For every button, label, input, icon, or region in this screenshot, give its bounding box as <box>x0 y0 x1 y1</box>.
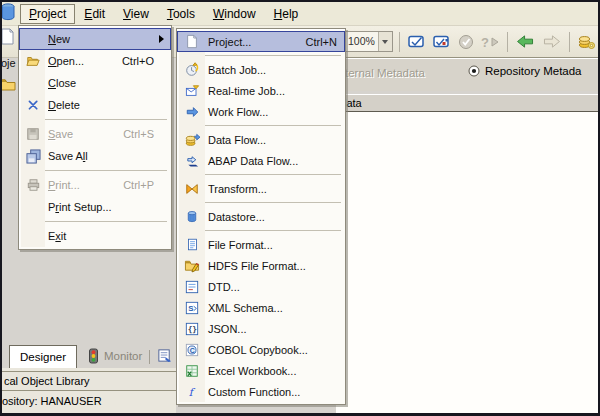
tab-divider <box>149 350 150 364</box>
tab-monitor[interactable]: Monitor <box>87 348 142 364</box>
menu-item-custom-function[interactable]: fCustom Function... <box>177 381 345 402</box>
content-area <box>336 112 598 413</box>
menu-item-shortcut: Ctrl+N <box>306 36 342 48</box>
menu-item-label: Batch Job... <box>208 64 266 76</box>
menu-item-transform[interactable]: Transform... <box>177 178 345 199</box>
menubar-item-tools[interactable]: Tools <box>158 4 204 24</box>
external-metadata-radio-label: ternal Metadata <box>345 67 425 79</box>
menu-item-data-flow[interactable]: Data Flow... <box>177 129 345 150</box>
menu-item-exit[interactable]: Exit <box>19 225 171 247</box>
menu-item-hdfs-file-format[interactable]: HDFS File Format... <box>177 255 345 276</box>
app-icon <box>1 3 15 21</box>
toolbar-separator <box>507 32 508 52</box>
central-repository-icon[interactable] <box>576 33 597 51</box>
menu-item-label: DTD... <box>208 281 240 293</box>
menubar-item-help[interactable]: Help <box>265 4 308 24</box>
zoom-dropdown-arrow-icon[interactable] <box>378 32 392 51</box>
menu-separator <box>19 116 171 123</box>
menu-item-new[interactable]: New <box>19 28 171 50</box>
custom-function-icon: f <box>179 384 205 400</box>
menu-item-datastore[interactable]: Datastore... <box>177 206 345 227</box>
menu-separator <box>177 227 345 234</box>
menu-item-close[interactable]: Close <box>19 72 171 94</box>
menu-item-print[interactable]: Print...Ctrl+P <box>19 174 171 196</box>
menu-item-project[interactable]: Project...Ctrl+N <box>177 31 345 52</box>
menu-item-label: Transform... <box>208 183 267 195</box>
app-window: ProjectEditViewToolsWindowHelp 100% ? ? … <box>0 0 600 416</box>
folder-open-icon <box>21 54 45 68</box>
xml-schema-icon: S <box>179 301 205 315</box>
menu-item-shortcut: Ctrl+P <box>123 179 168 191</box>
menu-item-label: Work Flow... <box>208 106 268 118</box>
zoom-level-combo[interactable]: 100% <box>343 31 393 52</box>
file-format-icon <box>179 237 205 252</box>
tab-designer[interactable]: Designer <box>9 345 77 368</box>
radio-selected-icon[interactable] <box>468 65 480 77</box>
menu-item-shortcut: Ctrl+S <box>123 128 168 140</box>
svg-text:{}: {} <box>188 325 198 334</box>
menu-separator <box>177 171 345 178</box>
menu-item-label: Save <box>48 128 73 140</box>
menu-item-real-time-job[interactable]: Real-time Job... <box>177 80 345 101</box>
menubar-item-view[interactable]: View <box>114 4 158 24</box>
menu-item-work-flow[interactable]: Work Flow... <box>177 101 345 122</box>
back-arrow-icon[interactable] <box>514 33 537 50</box>
menu-item-label: Print Setup... <box>48 201 112 213</box>
column-header: lata <box>336 94 598 112</box>
save-disk-icon <box>21 127 45 141</box>
menu-item-label: XML Schema... <box>208 302 283 314</box>
menu-item-label: Custom Function... <box>208 386 300 398</box>
menu-item-label: File Format... <box>208 239 273 251</box>
menu-item-label: Data Flow... <box>208 134 266 146</box>
menu-item-label: Delete <box>48 99 80 111</box>
menu-item-save-all[interactable]: Save All <box>19 145 171 167</box>
metadata-source-bar: ternal Metadata Repository Metada <box>336 57 598 91</box>
menu-item-label: Close <box>48 77 76 89</box>
new-page-icon <box>179 34 205 49</box>
menu-item-excel-workbook[interactable]: Excel Workbook... <box>177 360 345 381</box>
menu-item-label: COBOL Copybook... <box>208 344 308 356</box>
menubar-item-edit[interactable]: Edit <box>75 4 114 24</box>
menu-item-delete[interactable]: Delete <box>19 94 171 116</box>
repository-metadata-radio[interactable]: Repository Metada <box>468 65 582 77</box>
menu-item-abap-data-flow[interactable]: ABAP Data Flow... <box>177 150 345 171</box>
transform-icon <box>179 182 205 196</box>
validate-current-icon[interactable] <box>406 33 428 51</box>
menu-item-shortcut: Ctrl+O <box>122 55 168 67</box>
menu-separator <box>177 52 345 59</box>
menu-item-label: New <box>48 33 70 45</box>
menu-item-dtd[interactable]: DTD... <box>177 276 345 297</box>
batch-job-icon <box>179 62 205 77</box>
zoom-level-value: 100% <box>344 32 378 51</box>
validate-all-icon[interactable] <box>431 33 453 51</box>
cobol-copybook-icon: C <box>179 343 205 357</box>
menu-item-json[interactable]: {}JSON... <box>177 318 345 339</box>
toolbar-separator <box>569 32 570 52</box>
menu-item-xml-schema[interactable]: SXML Schema... <box>177 297 345 318</box>
repository-name-label: ository: HANAUSER <box>2 395 176 407</box>
log-icon <box>157 348 172 363</box>
folder-fragment-icon <box>0 78 16 91</box>
save-all-icon <box>21 149 45 164</box>
menu-separator <box>177 199 345 206</box>
submenu-arrow-icon <box>159 35 164 43</box>
svg-text:?: ? <box>481 35 489 50</box>
menu-item-label: Print... <box>48 179 80 191</box>
menu-item-file-format[interactable]: File Format... <box>177 234 345 255</box>
menu-item-open[interactable]: Open...Ctrl+O <box>19 50 171 72</box>
menu-item-print-setup[interactable]: Print Setup... <box>19 196 171 218</box>
forward-arrow-icon <box>540 33 563 50</box>
json-icon: {} <box>179 322 205 336</box>
menubar: ProjectEditViewToolsWindowHelp <box>2 2 598 26</box>
menubar-item-project[interactable]: Project <box>20 4 75 24</box>
menubar-item-window[interactable]: Window <box>204 4 265 24</box>
work-flow-icon <box>179 105 205 119</box>
audit-check-icon <box>456 33 476 51</box>
menu-item-cobol-copybook[interactable]: CCOBOL Copybook... <box>177 339 345 360</box>
traffic-light-icon <box>87 348 100 364</box>
menu-item-batch-job[interactable]: Batch Job... <box>177 59 345 80</box>
new-page-toolbar-fragment-icon <box>1 28 14 45</box>
menu-item-label: ABAP Data Flow... <box>208 155 298 167</box>
tab-label: Designer <box>20 351 66 363</box>
menu-item-save[interactable]: SaveCtrl+S <box>19 123 171 145</box>
